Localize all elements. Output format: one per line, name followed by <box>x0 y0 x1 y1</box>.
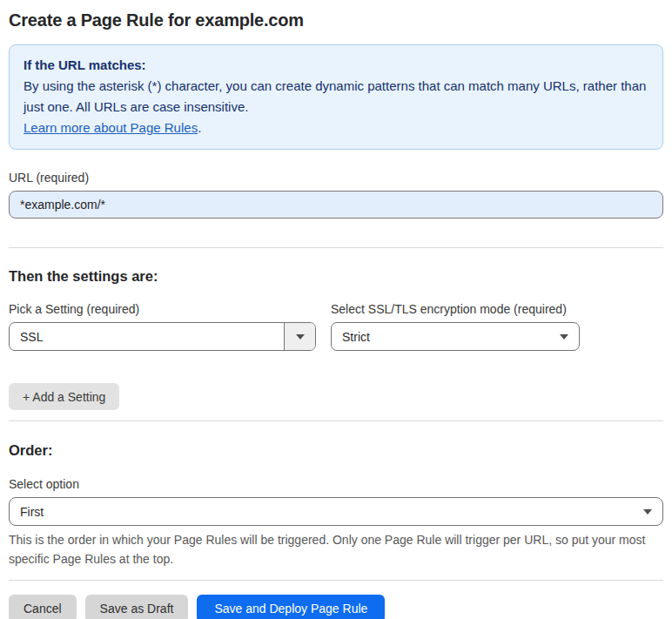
save-draft-button[interactable]: Save as Draft <box>85 595 189 619</box>
page-title: Create a Page Rule for example.com <box>9 10 663 30</box>
page-rule-form: Create a Page Rule for example.com If th… <box>0 0 672 619</box>
setting-picker-label: Pick a Setting (required) <box>9 302 316 316</box>
mode-picker-group: Select SSL/TLS encryption mode (required… <box>331 302 580 351</box>
url-field-label: URL (required) <box>9 171 663 185</box>
divider <box>9 247 663 248</box>
add-setting-button[interactable]: + Add a Setting <box>9 383 119 410</box>
settings-section-heading: Then the settings are: <box>9 268 663 285</box>
order-help-text: This is the order in which your Page Rul… <box>9 531 663 569</box>
settings-row: Pick a Setting (required) SSL Select SSL… <box>9 302 663 351</box>
chevron-down-icon <box>284 323 315 350</box>
chevron-down-icon <box>633 498 662 525</box>
footer-actions: Cancel Save as Draft Save and Deploy Pag… <box>9 595 663 619</box>
info-box-link-line: Learn more about Page Rules. <box>24 118 648 138</box>
ssl-mode-select-value: Strict <box>332 330 549 344</box>
setting-select[interactable]: SSL <box>9 322 316 351</box>
info-box-heading: If the URL matches: <box>24 55 648 76</box>
link-period: . <box>198 120 201 135</box>
url-input[interactable] <box>9 191 663 219</box>
setting-select-value: SSL <box>10 330 284 344</box>
setting-picker-group: Pick a Setting (required) SSL <box>9 302 316 351</box>
divider <box>9 580 663 581</box>
order-select-label: Select option <box>9 477 663 491</box>
mode-picker-label: Select SSL/TLS encryption mode (required… <box>331 302 580 316</box>
order-select-value: First <box>10 505 633 519</box>
learn-more-link[interactable]: Learn more about Page Rules <box>24 120 198 135</box>
cancel-button[interactable]: Cancel <box>9 595 77 619</box>
divider <box>9 421 663 421</box>
save-deploy-button[interactable]: Save and Deploy Page Rule <box>197 595 385 619</box>
info-box-body: By using the asterisk (*) character, you… <box>24 76 648 118</box>
chevron-down-icon <box>549 323 579 350</box>
url-match-info-box: If the URL matches: By using the asteris… <box>9 44 663 150</box>
order-select[interactable]: First <box>9 497 663 526</box>
order-section-heading: Order: <box>9 442 663 459</box>
ssl-mode-select[interactable]: Strict <box>331 322 580 351</box>
